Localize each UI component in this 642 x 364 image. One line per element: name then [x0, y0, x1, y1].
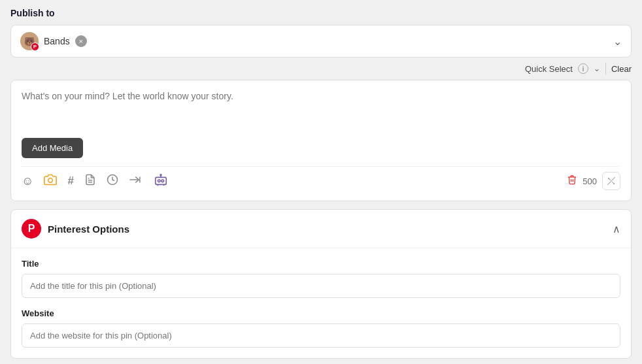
svg-point-8	[161, 180, 164, 182]
platform-badge: P	[31, 42, 39, 51]
svg-point-0	[48, 178, 53, 182]
toolbar-left: ☺ #	[22, 173, 168, 190]
options-header-left: P Pinterest Options	[22, 219, 129, 239]
account-name: Bands	[44, 36, 70, 46]
pinterest-options-card: P Pinterest Options ∧ Title Website	[10, 209, 632, 359]
char-count: 500	[583, 176, 597, 186]
dropdown-chevron-icon[interactable]: ⌄	[613, 35, 622, 48]
title-field-label: Title	[22, 259, 620, 269]
avatar-container: 🐻 P	[20, 32, 39, 50]
svg-point-7	[158, 180, 160, 182]
schedule-icon[interactable]	[129, 174, 143, 189]
website-input[interactable]	[22, 323, 620, 348]
svg-rect-6	[156, 177, 167, 184]
document-icon[interactable]	[84, 174, 96, 189]
svg-point-13	[608, 178, 609, 178]
pinterest-options-title: Pinterest Options	[48, 223, 129, 235]
quick-select-chevron-icon[interactable]: ⌄	[594, 64, 600, 73]
delete-icon[interactable]	[567, 174, 577, 188]
collapse-icon[interactable]: ∧	[613, 223, 620, 235]
emoji-icon[interactable]: ☺	[22, 174, 33, 188]
website-field-label: Website	[22, 308, 620, 318]
toolbar-right: 500	[567, 172, 620, 190]
options-body: Title Website	[11, 248, 631, 358]
account-selector[interactable]: 🐻 P Bands × ⌄	[10, 25, 632, 58]
title-input[interactable]	[22, 274, 620, 298]
svg-point-14	[614, 184, 615, 184]
hashtag-icon[interactable]: #	[67, 174, 73, 188]
compose-toolbar: ☺ #	[22, 166, 620, 190]
divider	[605, 63, 606, 74]
quick-select-label: Quick Select	[525, 64, 573, 74]
magic-wand-icon[interactable]	[602, 172, 620, 190]
ai-robot-icon[interactable]	[154, 173, 168, 190]
pinterest-logo-icon: P	[22, 219, 41, 239]
compose-textarea[interactable]	[22, 91, 620, 130]
compose-area: Add Media ☺ #	[10, 80, 632, 201]
add-media-button[interactable]: Add Media	[22, 138, 83, 158]
camera-icon[interactable]	[44, 173, 57, 190]
remove-account-button[interactable]: ×	[75, 35, 87, 47]
account-chip: 🐻 P Bands ×	[20, 32, 87, 50]
options-header: P Pinterest Options ∧	[11, 210, 631, 248]
clear-button[interactable]: Clear	[611, 64, 632, 74]
clock-icon[interactable]	[107, 174, 118, 189]
quick-select-row: Quick Select i ⌄ Clear	[10, 63, 632, 74]
quick-select-info-icon[interactable]: i	[578, 63, 588, 74]
svg-point-9	[160, 174, 161, 175]
publish-to-label: Publish to	[10, 8, 632, 18]
